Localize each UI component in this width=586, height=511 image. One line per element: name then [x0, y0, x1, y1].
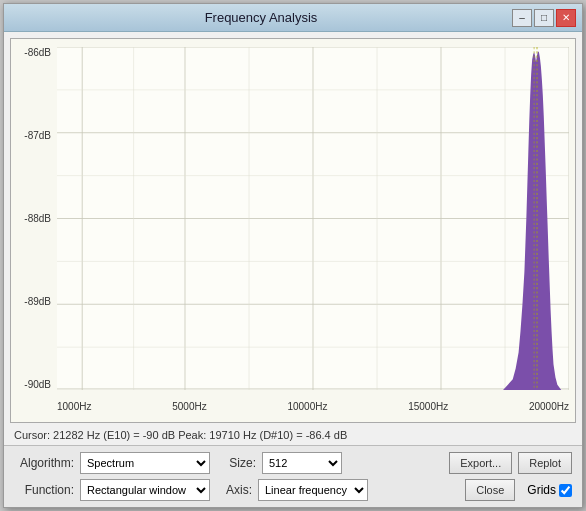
algorithm-label: Algorithm:	[14, 456, 74, 470]
grids-checkbox[interactable]	[559, 484, 572, 497]
window-close-button[interactable]: ✕	[556, 9, 576, 27]
status-bar: Cursor: 21282 Hz (E10) = -90 dB Peak: 19…	[4, 425, 582, 445]
close-button[interactable]: Close	[465, 479, 515, 501]
x-label-0: 1000Hz	[57, 401, 91, 412]
title-bar: Frequency Analysis – □ ✕	[4, 4, 582, 32]
window-title: Frequency Analysis	[10, 10, 512, 25]
function-label: Function:	[14, 483, 74, 497]
maximize-button[interactable]: □	[534, 9, 554, 27]
y-label-2: -88dB	[13, 213, 55, 224]
size-label: Size:	[226, 456, 256, 470]
control-row-1: Algorithm: Spectrum Autocorrelation Size…	[14, 452, 572, 474]
export-button[interactable]: Export...	[449, 452, 512, 474]
algorithm-select[interactable]: Spectrum Autocorrelation	[80, 452, 210, 474]
replot-button[interactable]: Replot	[518, 452, 572, 474]
x-axis-labels: 1000Hz 5000Hz 10000Hz 15000Hz 20000Hz	[57, 396, 569, 416]
chart-svg	[57, 47, 569, 390]
size-select[interactable]: 128 256 512 1024 2048	[262, 452, 342, 474]
title-buttons: – □ ✕	[512, 9, 576, 27]
y-label-3: -89dB	[13, 296, 55, 307]
x-label-2: 10000Hz	[287, 401, 327, 412]
function-select[interactable]: Rectangular window Hanning window Hammin…	[80, 479, 210, 501]
x-label-3: 15000Hz	[408, 401, 448, 412]
grids-label: Grids	[527, 483, 556, 497]
control-row-2: Function: Rectangular window Hanning win…	[14, 479, 572, 501]
main-window: Frequency Analysis – □ ✕ -86dB -87dB -88…	[3, 3, 583, 508]
x-label-1: 5000Hz	[172, 401, 206, 412]
grids-checkbox-area: Grids	[527, 483, 572, 497]
y-label-1: -87dB	[13, 130, 55, 141]
x-label-4: 20000Hz	[529, 401, 569, 412]
axis-select[interactable]: Linear frequency Log frequency Pitch (ST…	[258, 479, 368, 501]
chart-inner	[57, 47, 569, 390]
controls-area: Algorithm: Spectrum Autocorrelation Size…	[4, 445, 582, 507]
y-axis-labels: -86dB -87dB -88dB -89dB -90dB	[13, 47, 55, 390]
minimize-button[interactable]: –	[512, 9, 532, 27]
y-label-0: -86dB	[13, 47, 55, 58]
status-text: Cursor: 21282 Hz (E10) = -90 dB Peak: 19…	[14, 429, 347, 441]
y-label-4: -90dB	[13, 379, 55, 390]
axis-label: Axis:	[222, 483, 252, 497]
chart-area: -86dB -87dB -88dB -89dB -90dB	[10, 38, 576, 423]
